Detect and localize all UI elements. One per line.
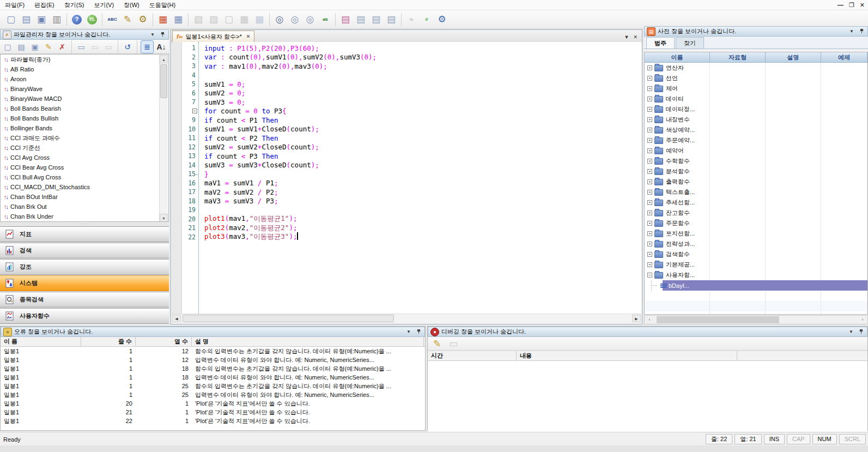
code-line[interactable]: 17maV2 = sumV2 / P2; [172,188,641,197]
file-tree-item[interactable]: ↑↓Aroon [1,74,168,84]
code-line[interactable]: 10sumV1 = sumV1+CloseD(count); [172,125,641,134]
dict-folder-row[interactable]: +내장변수 [645,114,867,125]
chevron-down-icon[interactable]: ▼ [405,329,412,334]
scrollbar-thumb[interactable] [657,316,779,323]
view-toggle-icon[interactable]: ≣ [141,40,154,53]
expand-icon[interactable]: + [647,210,652,215]
expand-icon[interactable]: + [647,221,652,226]
error-row[interactable]: 일봉1125입력변수 데이터 유형이 와야 합니다. 예: Numeric, N… [1,390,425,399]
find-in-files-icon[interactable]: ◎ [288,13,302,27]
expand-icon[interactable]: + [647,169,652,174]
menu-item[interactable]: 편집(E) [29,0,59,10]
file-tree-item[interactable]: ↑↓Chan Brk Under [1,212,168,221]
code-line[interactable]: 19 [172,206,641,215]
file-tree-item[interactable]: ↑↓BinaryWave MACD [1,94,168,104]
code-line[interactable]: 5sumV1 = 0; [172,80,641,89]
tab-close-icon[interactable]: ✕ [246,34,251,39]
editor-tab[interactable]: f∞ 일봉1<사용자 함수>* ✕ [172,31,254,42]
code-line[interactable]: 22plot3(mav3,"이동평균3"); [172,233,641,242]
close-icon[interactable]: ✕ [860,2,865,9]
copy-doc-icon[interactable]: ▣ [29,41,41,53]
code-line[interactable]: 14sumV3 = sumV3+CloseD(count); [172,161,641,170]
dict-folder-row[interactable]: +주문함수 [645,218,867,228]
dict-folder-row[interactable]: +잔고함수 [645,208,867,218]
new-file-icon[interactable]: ▢ [4,13,18,27]
replace-in-files-icon[interactable]: ◎ [303,13,317,27]
file-tree-item[interactable]: ↑↓BinaryWave [1,84,168,94]
expand-icon[interactable]: + [647,86,652,91]
help-icon[interactable]: ? [70,13,84,27]
open-file-icon[interactable]: ▤ [19,13,33,27]
dict-folder-row[interactable]: +수학함수 [645,156,867,166]
scrollbar-thumb[interactable] [183,315,394,322]
verify-table-icon[interactable]: ▦ [156,13,170,27]
tabbar-close-icon[interactable]: ✕ [633,34,638,40]
expand-icon[interactable]: + [647,148,652,153]
error-row[interactable]: 일봉1112함수의 입력변수는 초기값을 갖지 않습니다. 데이터 유형(예:N… [1,347,425,355]
dict-folder-row[interactable]: +예약어 [645,146,867,156]
code-line[interactable]: 8−for count = 0 to P3{ [172,107,641,116]
expand-icon[interactable]: + [647,117,652,122]
dict-folder-row[interactable]: +출력함수 [645,177,867,187]
nav-button-강조[interactable]: 강조 [0,259,169,275]
new-folder-icon[interactable]: ▭ [75,41,87,53]
book-close-icon[interactable]: ▤ [384,13,398,27]
expand-icon[interactable]: + [647,128,652,132]
code-line[interactable]: 7sumV3 = 0; [172,98,641,107]
code-line[interactable]: 4 [172,71,641,80]
dict-folder-row[interactable]: +데이터정... [645,104,867,114]
nav-button-종목검색[interactable]: 종목검색 [0,292,169,308]
pin-icon[interactable] [415,329,422,335]
dict-folder-row[interactable]: +검색함수 [645,249,867,260]
minimize-icon[interactable]: — [837,2,843,8]
expand-icon[interactable]: + [647,231,652,236]
build-gears-icon[interactable]: ⚙ [136,13,150,27]
comment-lines-icon[interactable]: // [420,13,434,27]
code-line[interactable]: 21plot2(mav2,"이동평균2"); [172,224,641,233]
file-tree-item[interactable]: ↑↓Boll Bands Bullish [1,113,168,123]
error-row[interactable]: 일봉1221'Plot'은 '기술적 지표'에서만 쓸 수 있습니다. [1,417,425,425]
save-icon[interactable]: ▣ [34,13,48,27]
dict-folder-row[interactable]: +기본제공... [645,260,867,270]
file-tree-item[interactable]: ↑↓Chan BOut IntBar [1,192,168,202]
spell-check-icon[interactable]: ABC [105,13,119,27]
nav-button-시스템[interactable]: 시스템 [0,275,169,291]
dictionary-tab-범주[interactable]: 범주 [646,37,675,49]
print-icon[interactable]: ▥ [50,13,64,27]
expand-icon[interactable]: + [647,179,652,184]
code-line[interactable]: 12sumV2 = sumV2+CloseD(count); [172,143,641,152]
file-tree-item[interactable]: ↑↓CCI_MACD_DMI_Stochastics [1,182,168,192]
rename-doc-icon[interactable]: ✎ [43,41,54,53]
dict-folder-row[interactable]: +색상예약... [645,125,867,135]
menu-item[interactable]: 찾기(S) [59,0,89,10]
code-line[interactable]: 15} [172,170,641,179]
expand-icon[interactable]: + [647,190,652,195]
scroll-up-icon[interactable]: ▲ [160,55,168,63]
code-area[interactable]: 1input : P1(5),P2(20),P3(60);2var : coun… [172,42,641,314]
menu-item[interactable]: 창(W) [119,0,144,10]
scroll-left-icon[interactable]: ‹ [645,316,654,324]
error-row[interactable]: 일봉1118입력변수 데이터 유형이 와야 합니다. 예: Numeric, N… [1,373,425,382]
scroll-right-icon[interactable]: ▶ [632,315,641,322]
pin-icon[interactable] [159,32,166,38]
pin-icon[interactable] [857,329,865,335]
dict-folder-row[interactable]: +제어 [645,83,867,94]
dict-column-header[interactable]: 이름 [645,52,710,62]
scroll-down-icon[interactable]: ▼ [160,214,168,222]
dict-column-header[interactable]: 자료형 [710,52,766,62]
file-tree-item[interactable]: ↑↓CCI Bear Avg Cross [1,162,168,172]
book-prev-icon[interactable]: ▤ [354,13,368,27]
expand-icon[interactable]: + [647,262,652,267]
collapse-icon[interactable]: − [647,273,652,278]
yl-logo-icon[interactable]: YL [85,13,99,27]
zoom-search-icon[interactable]: ◎ [272,13,287,27]
replace-text-icon[interactable]: ab [318,13,332,27]
book-next-icon[interactable]: ▤ [369,13,383,27]
tools-icon[interactable]: ⚙ [435,13,449,27]
code-line[interactable]: 13if count < P3 Then [172,152,641,161]
debug-column-header[interactable]: 시간 [428,351,517,360]
error-row[interactable]: 일봉1125함수의 입력변수는 초기값을 갖지 않습니다. 데이터 유형(예:N… [1,382,425,390]
file-tree-item[interactable]: ↑↓파라볼릭(종가) [1,55,168,64]
dictionary-tab-찾기[interactable]: 찾기 [676,37,704,49]
code-line[interactable]: 2var : count(0),sumV1(0),sumV2(0),sumV3(… [172,53,641,62]
